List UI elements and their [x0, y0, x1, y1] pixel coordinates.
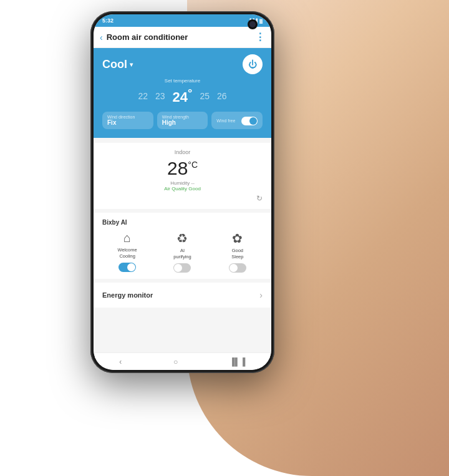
indoor-humidity: Humidity -- — [102, 180, 263, 186]
bixby-mode-ai-purifying[interactable]: ♻ AIpurifying — [157, 231, 207, 273]
energy-monitor-row[interactable]: Energy monitor › — [94, 283, 271, 308]
bixby-modes: ⌂ WelcomeCooling ♻ AIpurifying — [102, 231, 263, 273]
blue-control-area: Cool ▾ ⏻ Set temperature 22 23 24° 25 2 — [94, 48, 271, 138]
air-quality-label: Air Quality — [164, 186, 187, 192]
nav-bar: ‹ ○ ▐▌▐ — [94, 352, 271, 370]
temp-23[interactable]: 23 — [155, 91, 165, 101]
mode-row: Cool ▾ ⏻ — [102, 54, 263, 74]
ai-purifying-label: AIpurifying — [173, 248, 191, 260]
good-sleep-icon: ✿ — [232, 231, 243, 246]
good-sleep-toggle[interactable] — [229, 263, 246, 273]
status-time: 5:32 — [102, 17, 113, 24]
nav-home-icon[interactable]: ○ — [173, 357, 178, 366]
welcome-cooling-toggle[interactable] — [118, 263, 136, 272]
indoor-quality: Air Quality Good — [102, 186, 263, 192]
power-icon: ⏻ — [248, 59, 257, 69]
wind-strength-box[interactable]: Wind strength High — [157, 112, 208, 129]
welcome-cooling-label: WelcomeCooling — [118, 247, 137, 260]
good-sleep-label: GoodSleep — [231, 248, 243, 260]
wind-free-toggle[interactable] — [241, 117, 258, 125]
indoor-title: Indoor — [102, 149, 263, 155]
wind-direction-box[interactable]: Wind direction Fix — [102, 112, 153, 129]
dropdown-icon: ▾ — [130, 61, 133, 68]
indoor-temp-value: 28 — [167, 158, 188, 178]
bixby-mode-welcome-cooling[interactable]: ⌂ WelcomeCooling — [102, 231, 152, 273]
status-bar: 5:32 ▐▐▐ ▓ — [94, 14, 271, 27]
bixby-mode-good-sleep[interactable]: ✿ GoodSleep — [213, 231, 263, 273]
ai-purifying-icon: ♻ — [176, 231, 188, 246]
wind-strength-label: Wind strength — [162, 115, 203, 119]
energy-monitor-label: Energy monitor — [102, 291, 153, 299]
ai-purifying-toggle[interactable] — [173, 263, 191, 273]
back-icon[interactable]: ‹ — [100, 32, 103, 42]
chevron-right-icon: › — [259, 290, 263, 300]
indoor-temperature: 28°C — [102, 158, 263, 179]
power-button[interactable]: ⏻ — [243, 54, 263, 74]
refresh-icon[interactable]: ↻ — [256, 194, 263, 203]
wind-free-label: Wind free — [216, 119, 235, 123]
indoor-temp-unit: °C — [188, 160, 198, 170]
temp-22[interactable]: 22 — [138, 91, 148, 101]
content-area: Indoor 28°C Humidity -- Air Quality Good… — [94, 138, 271, 352]
bixby-title: Bixby AI — [102, 219, 263, 226]
temp-25[interactable]: 25 — [200, 91, 210, 101]
scene: 5:32 ▐▐▐ ▓ ‹ Room air conditioner ⋮ — [0, 0, 449, 476]
temperature-row: 22 23 24° 25 26 — [102, 86, 263, 105]
mode-selector[interactable]: Cool ▾ — [102, 58, 133, 71]
wind-free-knob — [249, 117, 257, 125]
header-title: Room air conditioner — [107, 32, 255, 42]
app-header: ‹ Room air conditioner ⋮ — [94, 27, 271, 48]
nav-recent-icon[interactable]: ▐▌▐ — [229, 357, 246, 366]
refresh-row: ↻ — [102, 194, 263, 203]
nav-back-icon[interactable]: ‹ — [119, 357, 122, 366]
screen: 5:32 ▐▐▐ ▓ ‹ Room air conditioner ⋮ — [94, 14, 271, 370]
more-options-icon[interactable]: ⋮ — [255, 31, 265, 43]
mode-label-text: Cool — [102, 58, 127, 71]
wind-direction-value: Fix — [107, 119, 148, 126]
controls-row: Wind direction Fix Wind strength High Wi… — [102, 112, 263, 129]
phone-inner: 5:32 ▐▐▐ ▓ ‹ Room air conditioner ⋮ — [94, 14, 271, 370]
good-sleep-knob — [229, 264, 238, 272]
phone-shell: 5:32 ▐▐▐ ▓ ‹ Room air conditioner ⋮ — [90, 11, 274, 373]
temp-label: Set temperature — [102, 78, 263, 84]
bixby-card: Bixby AI ⌂ WelcomeCooling — [94, 213, 271, 279]
air-quality-value: Good — [188, 186, 201, 192]
camera-lens — [249, 21, 256, 27]
wind-free-box[interactable]: Wind free — [211, 112, 263, 129]
temp-26[interactable]: 26 — [217, 91, 227, 101]
wind-strength-value: High — [162, 119, 203, 126]
wind-direction-label: Wind direction — [107, 115, 148, 119]
temp-24-active[interactable]: 24° — [173, 86, 193, 105]
ai-purifying-knob — [174, 264, 182, 272]
camera-notch — [248, 19, 258, 29]
welcome-cooling-knob — [127, 263, 135, 271]
indoor-card: Indoor 28°C Humidity -- Air Quality Good… — [94, 143, 271, 209]
battery-icon: ▓ — [259, 19, 263, 23]
welcome-cooling-icon: ⌂ — [123, 231, 131, 245]
